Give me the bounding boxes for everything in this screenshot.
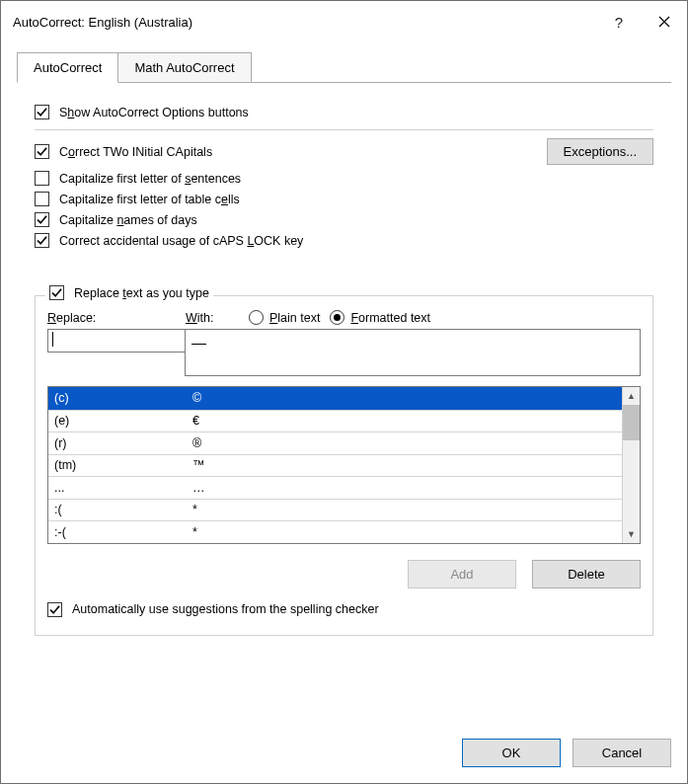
table-row[interactable]: (tm)™ [48,454,622,477]
table-cell-with: … [187,481,622,495]
table-row[interactable]: ...… [48,476,622,499]
label-plain-text: Plain text [269,311,320,325]
table-row[interactable]: (e)€ [48,410,622,432]
table-cell-with: © [187,391,622,405]
label-option-0: Correct TWo INitial CApitals [59,145,212,159]
radio-plain-text[interactable] [249,310,264,325]
table-cell-with: * [187,525,622,539]
scroll-thumb[interactable] [623,405,640,440]
exceptions-button[interactable]: Exceptions... [547,138,653,165]
checkbox-option-0[interactable] [35,144,49,159]
checkbox-option-3[interactable] [35,212,49,227]
table-cell-replace: :( [48,503,187,516]
table-cell-with: ™ [187,458,622,472]
table-row[interactable]: :(* [48,499,622,521]
help-button[interactable]: ? [596,1,642,42]
label-option-2: Capitalize first letter of table cells [59,193,240,206]
close-button[interactable] [642,1,687,42]
cancel-button[interactable]: Cancel [573,739,671,767]
checkbox-option-1[interactable] [35,171,49,186]
scroll-up-icon[interactable]: ▲ [623,387,640,405]
label-with: With: [186,311,243,325]
label-show-options: Show AutoCorrect Options buttons [59,106,249,119]
tab-math[interactable]: Math AutoCorrect [117,52,251,83]
add-button[interactable]: Add [408,560,516,588]
tabs: AutoCorrect Math AutoCorrect [17,52,671,83]
label-option-4: Correct accidental usage of cAPS LOCK ke… [59,234,303,248]
autocorrect-table: (c)©(e)€(r)®(tm)™...…:(*:-(* ▲ ▼ [47,386,641,544]
checkbox-option-2[interactable] [35,192,49,206]
titlebar: AutoCorrect: English (Australia) ? [1,1,687,42]
footer: OK Cancel [1,725,687,783]
scroll-down-icon[interactable]: ▼ [623,525,640,543]
radio-formatted-text[interactable] [330,310,344,325]
delete-button[interactable]: Delete [532,560,641,588]
table-cell-replace: (e) [48,414,187,428]
checkbox-spellcheck[interactable] [47,602,62,617]
dialog-title: AutoCorrect: English (Australia) [13,15,596,30]
table-cell-with: € [187,414,622,428]
table-cell-replace: (r) [48,436,187,450]
table-cell-with: ® [187,436,622,450]
table-row[interactable]: (c)© [48,387,622,410]
checkbox-show-options[interactable] [35,105,49,119]
table-row[interactable]: (r)® [48,431,622,454]
tab-autocorrect[interactable]: AutoCorrect [17,52,118,83]
scrollbar[interactable]: ▲ ▼ [622,387,640,543]
label-replace: Replace: [47,311,186,325]
table-cell-replace: ... [48,481,187,495]
table-cell-replace: (tm) [48,458,187,472]
ok-button[interactable]: OK [462,739,561,767]
table-cell-with: * [187,503,622,516]
label-formatted-text: Formatted text [350,311,430,325]
with-input[interactable]: — [185,329,641,376]
table-cell-replace: (c) [48,391,187,405]
label-spellcheck: Automatically use suggestions from the s… [72,602,379,616]
label-replace-text: Replace text as you type [74,286,209,300]
replace-group: Replace text as you type Replace: With: … [35,295,653,636]
checkbox-replace-text[interactable] [49,285,64,300]
checkbox-option-4[interactable] [35,233,49,248]
table-cell-replace: :-( [48,525,187,539]
replace-input[interactable] [47,329,186,353]
label-option-3: Capitalize names of days [59,213,197,227]
label-option-1: Capitalize first letter of sentences [59,172,241,186]
table-row[interactable]: :-(* [48,520,622,543]
